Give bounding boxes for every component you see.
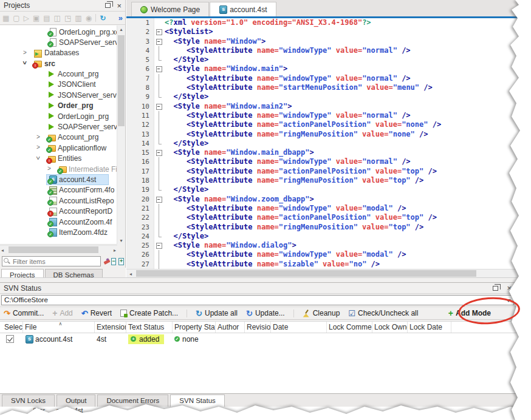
- column-header-select[interactable]: Select: [2, 322, 23, 333]
- update-button[interactable]: ↻Update...: [246, 309, 285, 317]
- tree-item[interactable]: AccountForm.4fo: [0, 185, 117, 195]
- close-panel-icon[interactable]: [507, 284, 512, 292]
- column-header-author[interactable]: Author: [216, 322, 245, 333]
- fold-marker[interactable]: [154, 195, 165, 204]
- tree-item[interactable]: >Entities: [0, 154, 117, 164]
- tree-item[interactable]: account.4st: [0, 174, 117, 185]
- float-panel-icon[interactable]: [105, 3, 111, 8]
- code-line: 15 <Style name="Window.main_dbapp">: [126, 148, 531, 157]
- scroll-left-icon[interactable]: ◂: [1, 248, 4, 253]
- collapse-all-icon[interactable]: [111, 258, 117, 265]
- fold-marker[interactable]: [154, 37, 165, 46]
- fold-marker[interactable]: [154, 64, 165, 73]
- column-header-date[interactable]: Date: [271, 322, 327, 333]
- commit-button[interactable]: ↷Commit...: [4, 309, 44, 317]
- tree-item[interactable]: SOAPServer_server.x: [0, 37, 117, 47]
- tab-svn-status[interactable]: SVN Status: [170, 395, 224, 407]
- expand-arrow-icon[interactable]: >: [23, 49, 27, 56]
- tree-item[interactable]: Account_prg: [0, 69, 117, 80]
- create-patch-button[interactable]: Create Patch...: [120, 309, 178, 317]
- column-header-text-status[interactable]: Text Status: [126, 322, 173, 333]
- editor-tab-welcome-page[interactable]: Welcome Page: [131, 2, 209, 16]
- scrollbar-thumb[interactable]: [136, 270, 476, 277]
- tree-vertical-scrollbar[interactable]: ▴ ▾: [117, 25, 125, 245]
- tree-item[interactable]: OrderLogin_prg: [0, 111, 117, 121]
- package-icon[interactable]: ◉: [86, 14, 92, 22]
- expand-arrow-icon[interactable]: >: [47, 165, 51, 172]
- run-icon[interactable]: ▷: [24, 14, 29, 22]
- new-file-icon[interactable]: ▢: [13, 14, 19, 22]
- browse-path-icon[interactable]: [516, 296, 524, 304]
- scroll-right-icon[interactable]: ▸: [114, 248, 116, 253]
- tree-item[interactable]: >Applicationflow: [0, 143, 117, 153]
- tab-document-errors[interactable]: Document Errors: [97, 395, 168, 407]
- import-icon[interactable]: ◫: [54, 14, 61, 22]
- check-uncheck-all-button[interactable]: ☑Check/Uncheck all: [348, 309, 418, 317]
- revert-button[interactable]: ↶Revert: [81, 309, 112, 317]
- editor-horizontal-scrollbar[interactable]: ◂: [126, 269, 531, 277]
- tree-item[interactable]: >src: [0, 58, 117, 69]
- collapse-arrow-icon[interactable]: >: [21, 61, 28, 65]
- clear-filter-icon[interactable]: [103, 258, 109, 265]
- tree-item[interactable]: SOAPServer_server: [0, 122, 117, 132]
- code-area[interactable]: 1<?xml version="1.0" encoding="ANSI_X3.4…: [126, 18, 531, 269]
- new-doc-icon[interactable]: ▥: [75, 14, 81, 22]
- tree-item[interactable]: JSONServer_server: [0, 90, 117, 100]
- column-header-revision[interactable]: Revision: [245, 322, 271, 333]
- float-panel-icon[interactable]: [493, 286, 498, 291]
- cleanup-button[interactable]: Cleanup: [303, 309, 340, 317]
- tree-item[interactable]: OrderLogin_prg.xcf: [0, 27, 117, 37]
- scroll-down-icon[interactable]: ▾: [117, 238, 125, 243]
- tree-horizontal-scrollbar[interactable]: ◂ ▸: [0, 245, 117, 254]
- stop-icon[interactable]: ▣: [33, 14, 39, 22]
- scroll-left-icon[interactable]: ◂: [126, 271, 135, 277]
- overflow-chevron-icon[interactable]: »: [118, 14, 123, 22]
- tree-item[interactable]: Order_prg: [0, 101, 117, 111]
- collapse-arrow-icon[interactable]: >: [35, 156, 41, 160]
- tree-item[interactable]: JSONClient: [0, 80, 117, 90]
- open-folder-icon[interactable]: ▤: [43, 14, 50, 22]
- tree-item[interactable]: >Intermediate File: [0, 164, 117, 174]
- fold-marker[interactable]: [154, 148, 165, 157]
- scroll-up-icon[interactable]: ▴: [117, 27, 125, 32]
- close-panel-icon[interactable]: [117, 2, 122, 10]
- working-copy-path-combo[interactable]: C:\OfficeStore: [1, 295, 514, 305]
- tree-item[interactable]: AccountListRepo: [0, 195, 117, 206]
- table-header-row: SelectFile∧ExtensionText StatusProperty …: [0, 322, 531, 333]
- revert-icon: ↶: [81, 310, 88, 317]
- tree-item[interactable]: AccountZoom.4f: [0, 217, 117, 227]
- row-checkbox[interactable]: [6, 335, 14, 343]
- search-icon: [4, 258, 10, 265]
- expand-all-icon[interactable]: [118, 258, 124, 265]
- horizontal-splitter[interactable]: [0, 277, 531, 282]
- table-row[interactable]: account.4st4st+added✓none: [2, 333, 531, 345]
- refresh-icon[interactable]: ↻: [527, 296, 531, 305]
- tree-item[interactable]: >Databases: [0, 48, 117, 58]
- scrollbar-thumb[interactable]: [9, 246, 98, 253]
- fold-marker[interactable]: [154, 241, 165, 250]
- fold-marker[interactable]: [154, 27, 165, 36]
- settings-icon[interactable]: ◳: [64, 14, 71, 22]
- tree-item[interactable]: ItemZoom.4fdz: [0, 227, 117, 237]
- tree-item[interactable]: AccountReportD: [0, 206, 117, 217]
- update-all-button[interactable]: ↻Update all: [196, 309, 238, 317]
- line-number: 1: [126, 18, 154, 27]
- tab-svn-locks[interactable]: SVN Locks: [2, 395, 55, 407]
- build-icon[interactable]: ▦: [2, 14, 9, 22]
- tab-output[interactable]: Output: [57, 395, 96, 407]
- column-header-lock-comment[interactable]: Lock Comment: [327, 322, 372, 333]
- add-button[interactable]: +Add: [52, 309, 73, 317]
- column-header-property-status[interactable]: Property Status: [173, 322, 216, 333]
- expand-arrow-icon[interactable]: >: [36, 144, 40, 151]
- column-header-extension[interactable]: Extension: [95, 322, 126, 333]
- editor-tab-account.4st[interactable]: account.4st: [210, 2, 276, 16]
- filter-input[interactable]: [2, 256, 101, 266]
- fold-marker[interactable]: [154, 102, 165, 111]
- refresh-icon[interactable]: ↻: [100, 14, 106, 22]
- column-header-file[interactable]: File∧: [23, 322, 95, 333]
- column-header-lock-owner[interactable]: Lock Owner: [372, 322, 408, 333]
- expand-arrow-icon[interactable]: >: [36, 134, 40, 140]
- tree-item[interactable]: >Account_prg: [0, 132, 117, 143]
- column-header-lock-date[interactable]: Lock Date: [408, 322, 451, 333]
- scrollbar-thumb[interactable]: [118, 35, 125, 126]
